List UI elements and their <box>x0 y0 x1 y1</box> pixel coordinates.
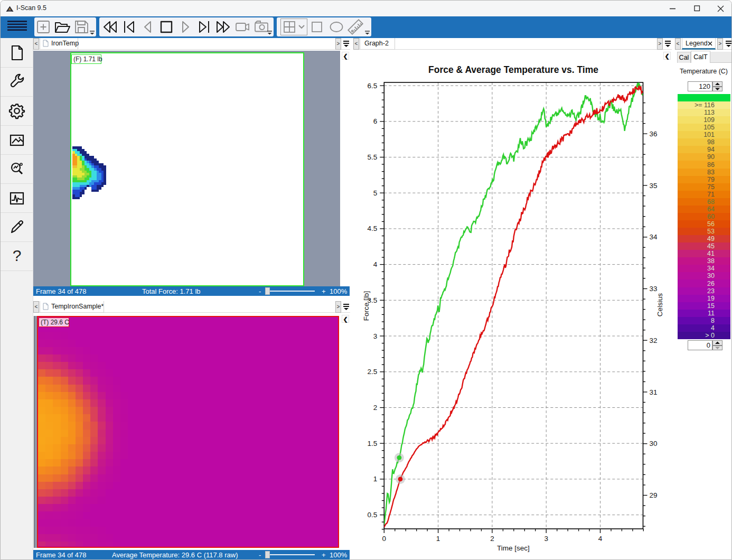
svg-text:1: 1 <box>436 535 440 543</box>
svg-text:33: 33 <box>650 285 658 293</box>
svg-text:2: 2 <box>373 404 378 412</box>
svg-text:Force [lb]: Force [lb] <box>362 291 370 321</box>
svg-text:30: 30 <box>650 440 658 447</box>
svg-text:5: 5 <box>373 189 378 197</box>
svg-text:Celsius: Celsius <box>656 293 664 317</box>
svg-text:1.5: 1.5 <box>368 440 378 447</box>
svg-text:Force & Average Temperature vs: Force & Average Temperature vs. Time <box>428 64 598 75</box>
svg-text:Time [sec]: Time [sec] <box>497 544 530 552</box>
svg-text:31: 31 <box>650 388 658 396</box>
svg-text:4.5: 4.5 <box>368 225 378 232</box>
svg-text:4: 4 <box>373 260 378 268</box>
svg-text:32: 32 <box>650 337 658 344</box>
svg-text:0: 0 <box>382 535 387 543</box>
svg-text:1: 1 <box>373 475 378 483</box>
svg-text:2: 2 <box>490 535 494 543</box>
svg-text:6.5: 6.5 <box>368 82 378 90</box>
svg-text:0.5: 0.5 <box>368 511 378 519</box>
svg-text:29: 29 <box>650 491 658 499</box>
svg-text:36: 36 <box>650 130 658 138</box>
svg-text:4: 4 <box>598 535 603 543</box>
svg-text:34: 34 <box>650 233 658 241</box>
svg-text:35: 35 <box>650 182 658 190</box>
svg-text:6: 6 <box>373 117 378 125</box>
svg-text:5.5: 5.5 <box>368 153 378 161</box>
svg-text:2.5: 2.5 <box>368 368 378 376</box>
svg-text:3: 3 <box>544 535 548 543</box>
svg-text:3: 3 <box>373 332 378 340</box>
